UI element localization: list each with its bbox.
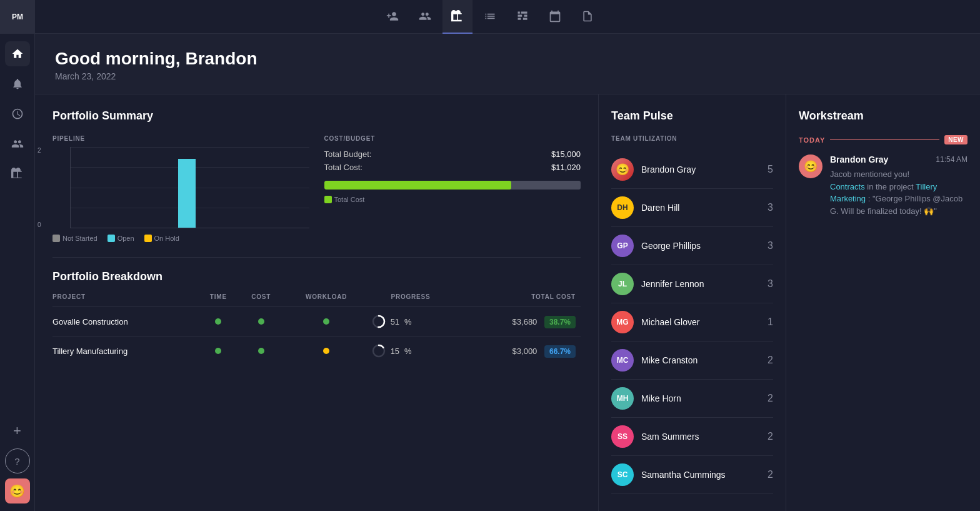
time-dot-2 <box>201 336 241 366</box>
member-name: Brandon Gray <box>641 164 696 175</box>
nav-gantt[interactable] <box>508 0 538 34</box>
member-count: 5 <box>768 164 773 175</box>
progress-2: 15% <box>372 336 455 366</box>
col-time: TIME <box>201 293 241 307</box>
main-layout: + ? 😊 Good morning, Brandon March 23, 20… <box>0 34 980 511</box>
workstream-title: Workstream <box>799 109 968 123</box>
workload-dot-1 <box>286 307 372 336</box>
progress-circle-1 <box>372 315 386 328</box>
legend-dot-on-hold <box>144 235 152 242</box>
col-total-cost: TOTAL COST <box>454 293 581 307</box>
team-utilization-label: TEAM UTILIZATION <box>611 135 773 142</box>
team-member-row[interactable]: DH Daren Hill 3 <box>611 189 773 227</box>
cost-bar-container <box>324 181 581 190</box>
team-member-left: MH Mike Horn <box>611 387 681 410</box>
team-member-row[interactable]: 😊 Brandon Gray 5 <box>611 151 773 189</box>
member-count: 2 <box>768 469 773 480</box>
total-cost-2: $3,000 66.7% <box>454 336 581 366</box>
nav-add-member[interactable] <box>378 0 408 34</box>
cost-legend-item: Total Cost <box>324 196 365 203</box>
mention-contracts[interactable]: Contracts <box>830 182 865 191</box>
breakdown-table: PROJECT TIME COST WORKLOAD PROGRESS TOTA… <box>52 293 581 365</box>
col-cost: COST <box>241 293 286 307</box>
col-project: PROJECT <box>52 293 201 307</box>
cost-legend-dot <box>324 196 332 203</box>
team-member-row[interactable]: MG Michael Glover 1 <box>611 303 773 342</box>
top-nav: PM <box>0 0 980 34</box>
member-name: George Phillips <box>641 241 701 251</box>
page-header: Good morning, Brandon March 23, 2022 <box>35 34 980 94</box>
sidebar-people[interactable] <box>5 131 30 156</box>
team-member-left: DH Daren Hill <box>611 196 679 219</box>
sidebar-alerts[interactable] <box>5 71 30 96</box>
nav-doc[interactable] <box>572 0 602 34</box>
avatar: DH <box>611 196 634 219</box>
sidebar-time[interactable] <box>5 101 30 126</box>
portfolio-summary-title: Portfolio Summary <box>52 109 581 123</box>
member-name: Mike Horn <box>641 393 681 403</box>
avatar: JL <box>611 273 634 295</box>
total-budget-row: Total Budget: $15,000 <box>324 149 581 159</box>
team-member-row[interactable]: MH Mike Horn 2 <box>611 380 773 418</box>
sidebar-home[interactable] <box>5 41 30 66</box>
logo[interactable]: PM <box>0 0 35 34</box>
team-member-row[interactable]: GP George Phillips 3 <box>611 227 773 265</box>
member-name: Daren Hill <box>641 203 679 213</box>
member-name: Jennifer Lennon <box>641 279 704 289</box>
table-row: Tillery Manufacturing 15% <box>52 336 581 366</box>
workstream-content: Brandon Gray 11:54 AM Jacob mentioned yo… <box>830 154 968 217</box>
col-progress: PROGRESS <box>372 293 455 307</box>
avatar: MC <box>611 349 634 372</box>
team-member-row[interactable]: SC Samantha Cummings 2 <box>611 456 773 494</box>
cost-legend: Total Cost <box>324 196 581 203</box>
workstream-text: Jacob mentioned you! Contracts in the pr… <box>830 168 968 217</box>
member-count: 2 <box>768 431 773 442</box>
team-member-row[interactable]: SS Sam Summers 2 <box>611 418 773 456</box>
sidebar-user[interactable]: 😊 <box>5 478 30 503</box>
team-pulse-column: Team Pulse TEAM UTILIZATION 😊 Brandon Gr… <box>599 94 786 511</box>
cost-dot-2 <box>241 336 286 366</box>
legend-on-hold: On Hold <box>144 235 179 242</box>
member-name: Michael Glover <box>641 317 699 327</box>
legend-dot-not-started <box>52 235 60 242</box>
team-member-row[interactable]: JL Jennifer Lennon 3 <box>611 265 773 303</box>
avatar: SS <box>611 425 634 448</box>
today-label: TODAY <box>799 136 825 144</box>
table-row: Govalle Construction 51% <box>52 307 581 336</box>
workstream-item: 😊 Brandon Gray 11:54 AM Jacob mentioned … <box>799 154 968 217</box>
member-count: 3 <box>768 202 773 213</box>
nav-list[interactable] <box>475 0 505 34</box>
nav-portfolio[interactable] <box>442 0 472 34</box>
team-member-left: SC Samantha Cummings <box>611 463 726 486</box>
project-name-1: Govalle Construction <box>52 307 201 336</box>
sidebar-briefcase[interactable] <box>5 161 30 186</box>
sidebar-add[interactable]: + <box>5 418 30 443</box>
nav-icons <box>378 0 602 34</box>
workstream-avatar: 😊 <box>799 154 822 178</box>
member-name: Sam Summers <box>641 432 699 442</box>
team-member-left: SS Sam Summers <box>611 425 699 448</box>
avatar: GP <box>611 235 634 257</box>
content-area: Good morning, Brandon March 23, 2022 Por… <box>35 34 980 511</box>
nav-team[interactable] <box>410 0 440 34</box>
avatar: MH <box>611 387 634 410</box>
pipeline-chart <box>70 147 309 228</box>
member-count: 3 <box>768 240 773 251</box>
left-sidebar: + ? 😊 <box>0 34 35 511</box>
new-badge: NEW <box>944 135 968 144</box>
cost-dot-1 <box>241 307 286 336</box>
today-line <box>830 139 939 140</box>
sidebar-help[interactable]: ? <box>5 448 30 473</box>
team-members-list: 😊 Brandon Gray 5 DH Daren Hill 3 GP Geor… <box>611 151 773 494</box>
cost-budget-label: COST/BUDGET <box>324 135 581 142</box>
member-name: Mike Cranston <box>641 355 698 365</box>
cost-bar-fill <box>324 181 512 190</box>
pipeline-chart-section: PIPELINE 2 0 <box>52 135 309 242</box>
portfolio-grid: PIPELINE 2 0 <box>52 135 581 242</box>
nav-calendar[interactable] <box>540 0 570 34</box>
portfolio-breakdown-title: Portfolio Breakdown <box>52 270 581 283</box>
avatar: 😊 <box>611 158 634 181</box>
team-member-row[interactable]: MC Mike Cranston 2 <box>611 342 773 380</box>
progress-circle-2 <box>372 344 386 358</box>
col-workload: WORKLOAD <box>286 293 372 307</box>
